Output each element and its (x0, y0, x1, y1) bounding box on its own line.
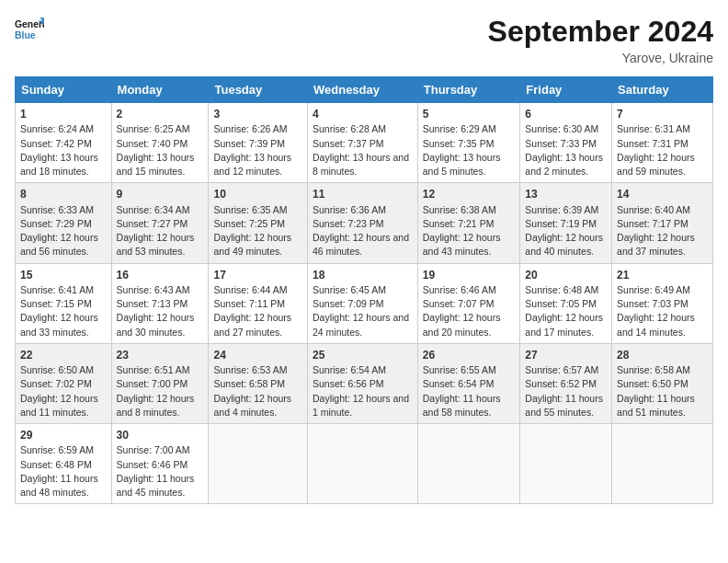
column-header-monday: Monday (111, 77, 209, 103)
cell-content-day-21: 21Sunrise: 6:49 AMSunset: 7:03 PMDayligh… (617, 268, 708, 339)
calendar-cell: 23Sunrise: 6:51 AMSunset: 7:00 PMDayligh… (111, 343, 209, 423)
day-number: 27 (525, 348, 607, 363)
calendar-cell: 5Sunrise: 6:29 AMSunset: 7:35 PMDaylight… (417, 103, 520, 183)
calendar-cell (307, 424, 417, 504)
cell-content-day-5: 5Sunrise: 6:29 AMSunset: 7:35 PMDaylight… (423, 107, 516, 178)
week-row-5: 29Sunrise: 6:59 AMSunset: 6:48 PMDayligh… (16, 424, 713, 504)
calendar-cell: 17Sunrise: 6:44 AMSunset: 7:11 PMDayligh… (209, 263, 308, 343)
cell-content-day-30: 30Sunrise: 7:00 AMSunset: 6:46 PMDayligh… (117, 428, 204, 500)
daylight-label: Daylight: 12 hours and 37 minutes. (617, 232, 695, 257)
sunset-label: Sunset: 7:19 PM (525, 218, 597, 229)
calendar-cell: 12Sunrise: 6:38 AMSunset: 7:21 PMDayligh… (417, 183, 520, 263)
sunset-label: Sunset: 7:00 PM (117, 378, 188, 389)
sunset-label: Sunset: 7:40 PM (117, 138, 188, 149)
daylight-label: Daylight: 12 hours and 14 minutes. (617, 312, 695, 337)
calendar-cell: 1Sunrise: 6:24 AMSunset: 7:42 PMDaylight… (16, 103, 112, 183)
sunset-label: Sunset: 7:02 PM (20, 378, 92, 389)
sunset-label: Sunset: 6:56 PM (313, 378, 384, 389)
day-number: 29 (20, 428, 107, 443)
sunrise-label: Sunrise: 6:45 AM (313, 284, 386, 295)
cell-content-day-20: 20Sunrise: 6:48 AMSunset: 7:05 PMDayligh… (525, 268, 607, 339)
sunrise-label: Sunrise: 6:54 AM (313, 364, 386, 375)
sunrise-label: Sunrise: 6:55 AM (423, 364, 496, 375)
calendar-cell: 20Sunrise: 6:48 AMSunset: 7:05 PMDayligh… (520, 263, 612, 343)
day-number: 4 (313, 107, 413, 122)
day-number: 22 (20, 348, 107, 363)
sunrise-label: Sunrise: 6:35 AM (213, 204, 287, 215)
daylight-label: Daylight: 12 hours and 24 minutes. (313, 312, 409, 337)
sunrise-label: Sunrise: 6:40 AM (617, 204, 690, 215)
calendar-cell (209, 424, 308, 504)
sunset-label: Sunset: 7:29 PM (20, 218, 92, 229)
month-title: September 2024 (488, 15, 713, 49)
sunrise-label: Sunrise: 6:59 AM (20, 444, 94, 455)
daylight-label: Daylight: 13 hours and 12 minutes. (213, 152, 291, 177)
daylight-label: Daylight: 12 hours and 20 minutes. (423, 312, 501, 337)
cell-content-day-2: 2Sunrise: 6:25 AMSunset: 7:40 PMDaylight… (117, 107, 204, 178)
calendar-cell: 13Sunrise: 6:39 AMSunset: 7:19 PMDayligh… (520, 183, 612, 263)
daylight-label: Daylight: 12 hours and 27 minutes. (213, 312, 291, 337)
sunrise-label: Sunrise: 6:48 AM (525, 284, 598, 295)
sunrise-label: Sunrise: 6:38 AM (423, 204, 496, 215)
day-number: 23 (117, 348, 204, 363)
cell-content-day-28: 28Sunrise: 6:58 AMSunset: 6:50 PMDayligh… (617, 348, 708, 419)
daylight-label: Daylight: 13 hours and 8 minutes. (313, 152, 409, 177)
sunset-label: Sunset: 7:37 PM (313, 138, 384, 149)
sunrise-label: Sunrise: 6:50 AM (20, 364, 94, 375)
daylight-label: Daylight: 12 hours and 56 minutes. (20, 232, 98, 257)
daylight-label: Daylight: 12 hours and 43 minutes. (423, 232, 501, 257)
day-number: 12 (423, 187, 516, 202)
day-number: 20 (525, 268, 607, 283)
cell-content-day-11: 11Sunrise: 6:36 AMSunset: 7:23 PMDayligh… (313, 187, 413, 259)
day-number: 9 (117, 187, 204, 202)
logo: General Blue (15, 15, 44, 44)
daylight-label: Daylight: 12 hours and 11 minutes. (20, 393, 98, 418)
cell-content-day-1: 1Sunrise: 6:24 AMSunset: 7:42 PMDaylight… (20, 107, 107, 178)
sunset-label: Sunset: 7:31 PM (617, 138, 688, 149)
calendar-cell: 22Sunrise: 6:50 AMSunset: 7:02 PMDayligh… (16, 343, 112, 423)
day-number: 14 (617, 187, 708, 202)
calendar-cell: 15Sunrise: 6:41 AMSunset: 7:15 PMDayligh… (16, 263, 112, 343)
cell-content-day-23: 23Sunrise: 6:51 AMSunset: 7:00 PMDayligh… (117, 348, 204, 419)
cell-content-day-24: 24Sunrise: 6:53 AMSunset: 6:58 PMDayligh… (213, 348, 302, 419)
sunrise-label: Sunrise: 6:28 AM (313, 123, 386, 134)
header-row: SundayMondayTuesdayWednesdayThursdayFrid… (16, 77, 713, 103)
sunrise-label: Sunrise: 6:41 AM (20, 284, 94, 295)
day-number: 16 (117, 268, 204, 283)
calendar-cell: 29Sunrise: 6:59 AMSunset: 6:48 PMDayligh… (16, 424, 112, 504)
calendar-cell: 21Sunrise: 6:49 AMSunset: 7:03 PMDayligh… (612, 263, 713, 343)
sunrise-label: Sunrise: 6:53 AM (213, 364, 287, 375)
day-number: 8 (20, 187, 107, 202)
daylight-label: Daylight: 11 hours and 55 minutes. (525, 393, 603, 418)
daylight-label: Daylight: 13 hours and 18 minutes. (20, 152, 98, 177)
daylight-label: Daylight: 12 hours and 8 minutes. (117, 393, 195, 418)
sunrise-label: Sunrise: 6:44 AM (213, 284, 287, 295)
calendar-cell: 28Sunrise: 6:58 AMSunset: 6:50 PMDayligh… (612, 343, 713, 423)
sunrise-label: Sunrise: 6:43 AM (117, 284, 190, 295)
day-number: 15 (20, 268, 107, 283)
sunrise-label: Sunrise: 6:57 AM (525, 364, 598, 375)
cell-content-day-12: 12Sunrise: 6:38 AMSunset: 7:21 PMDayligh… (423, 187, 516, 259)
daylight-label: Daylight: 13 hours and 2 minutes. (525, 152, 603, 177)
sunset-label: Sunset: 7:27 PM (117, 218, 188, 229)
calendar-cell: 19Sunrise: 6:46 AMSunset: 7:07 PMDayligh… (417, 263, 520, 343)
sunrise-label: Sunrise: 6:30 AM (525, 123, 598, 134)
day-number: 24 (213, 348, 302, 363)
sunrise-label: Sunrise: 6:29 AM (423, 123, 496, 134)
day-number: 13 (525, 187, 607, 202)
sunrise-label: Sunrise: 6:39 AM (525, 204, 598, 215)
cell-content-day-16: 16Sunrise: 6:43 AMSunset: 7:13 PMDayligh… (117, 268, 204, 339)
sunset-label: Sunset: 6:52 PM (525, 378, 597, 389)
day-number: 28 (617, 348, 708, 363)
sunset-label: Sunset: 6:54 PM (423, 378, 495, 389)
cell-content-day-6: 6Sunrise: 6:30 AMSunset: 7:33 PMDaylight… (525, 107, 607, 178)
header: General Blue September 2024 Yarove, Ukra… (15, 15, 713, 65)
sunset-label: Sunset: 7:13 PM (117, 298, 188, 309)
cell-content-day-3: 3Sunrise: 6:26 AMSunset: 7:39 PMDaylight… (213, 107, 302, 178)
calendar-table: SundayMondayTuesdayWednesdayThursdayFrid… (15, 76, 713, 504)
sunrise-label: Sunrise: 6:31 AM (617, 123, 690, 134)
day-number: 30 (117, 428, 204, 443)
sunset-label: Sunset: 6:50 PM (617, 378, 688, 389)
cell-content-day-9: 9Sunrise: 6:34 AMSunset: 7:27 PMDaylight… (117, 187, 204, 259)
week-row-2: 8Sunrise: 6:33 AMSunset: 7:29 PMDaylight… (16, 183, 713, 263)
